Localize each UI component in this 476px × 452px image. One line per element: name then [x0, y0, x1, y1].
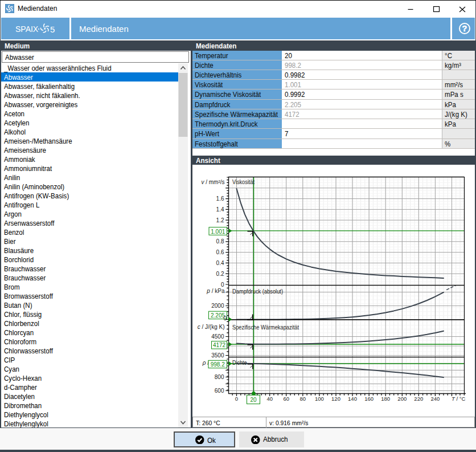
svg-text:ρ /: ρ /: [202, 360, 210, 366]
svg-text:Spezifische Wärmekapazität: Spezifische Wärmekapazität: [232, 324, 299, 331]
svg-text:0: 0: [223, 315, 227, 321]
svg-text:180: 180: [381, 396, 390, 402]
svg-text:v / mm²/s: v / mm²/s: [201, 179, 224, 185]
svg-text:200: 200: [397, 396, 407, 402]
svg-text:600: 600: [215, 388, 224, 394]
svg-text:Dichte: Dichte: [232, 359, 247, 366]
svg-text:0.2: 0.2: [216, 271, 224, 277]
svg-text:c / J/(kg K): c / J/(kg K): [198, 324, 225, 330]
svg-text:240: 240: [430, 396, 440, 402]
svg-text:0: 0: [235, 396, 238, 402]
svg-text:800: 800: [215, 374, 224, 380]
svg-text:3500: 3500: [211, 352, 224, 359]
svg-text:160: 160: [364, 396, 374, 402]
svg-text:2000: 2000: [211, 303, 224, 309]
svg-text:100: 100: [315, 396, 324, 402]
svg-text:4500: 4500: [211, 333, 224, 340]
svg-text:1.4: 1.4: [216, 206, 224, 213]
svg-text:220: 220: [414, 396, 423, 402]
svg-text:40: 40: [266, 396, 273, 402]
svg-text:Dampfdruck (absolut): Dampfdruck (absolut): [232, 288, 283, 295]
svg-text:0.6: 0.6: [216, 249, 224, 255]
svg-text:p / kPa: p / kPa: [206, 288, 225, 294]
svg-text:Viskosität: Viskosität: [232, 178, 255, 185]
svg-text:1.001: 1.001: [211, 229, 225, 235]
svg-text:1.6: 1.6: [216, 196, 224, 202]
svg-text:20: 20: [250, 397, 257, 403]
svg-text:0.4: 0.4: [216, 260, 224, 266]
svg-text:80: 80: [300, 396, 306, 402]
svg-text:?: ?: [462, 24, 467, 33]
svg-text:1.2: 1.2: [216, 217, 224, 223]
svg-text:0: 0: [221, 282, 224, 288]
svg-text:T / °C: T / °C: [452, 396, 466, 402]
svg-text:120: 120: [331, 396, 340, 402]
svg-text:4172: 4172: [213, 342, 226, 348]
svg-text:0.8: 0.8: [216, 238, 224, 245]
svg-text:998.2: 998.2: [211, 361, 225, 368]
svg-text:140: 140: [348, 396, 357, 402]
svg-text:60: 60: [283, 396, 289, 402]
